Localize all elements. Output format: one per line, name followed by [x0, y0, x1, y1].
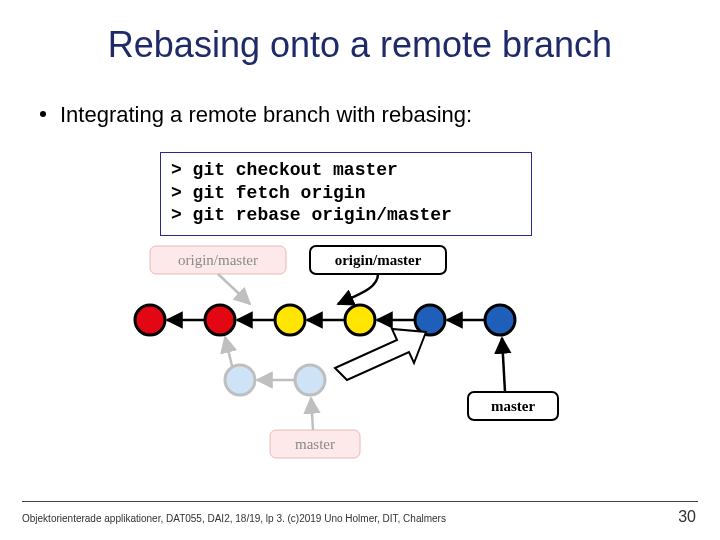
- bullet-text: Integrating a remote branch with rebasin…: [60, 102, 472, 127]
- pointer-master-old: [311, 398, 313, 430]
- pointer-master-new: [502, 338, 505, 392]
- origin-master-new-text: origin/master: [335, 252, 422, 268]
- pointer-origin-master-old: [218, 274, 250, 304]
- commit-c6: [485, 305, 515, 335]
- origin-master-old-text: origin/master: [178, 252, 258, 268]
- origin-master-old-label: origin/master: [150, 246, 286, 274]
- origin-master-new-label: origin/master: [310, 246, 446, 274]
- footer-text: Objektorienterade applikationer, DAT055,…: [22, 513, 446, 524]
- commit-b1: [225, 365, 255, 395]
- code-block: > git checkout master > git fetch origin…: [160, 152, 532, 236]
- master-old-label: master: [270, 430, 360, 458]
- commit-c4: [345, 305, 375, 335]
- code-line-2: > git fetch origin: [171, 183, 365, 203]
- footer-divider: [22, 501, 698, 502]
- pointer-origin-master-new: [338, 274, 378, 304]
- page-title: Rebasing onto a remote branch: [0, 24, 720, 66]
- master-new-label: master: [468, 392, 558, 420]
- bullet-line: Integrating a remote branch with rebasin…: [40, 102, 472, 128]
- edge-b1-c2: [225, 337, 233, 370]
- commit-c2: [205, 305, 235, 335]
- commit-c1: [135, 305, 165, 335]
- commit-b2: [295, 365, 325, 395]
- code-line-1: > git checkout master: [171, 160, 398, 180]
- bullet-icon: [40, 111, 46, 117]
- move-arrow-icon: [335, 329, 426, 380]
- git-diagram: origin/master origin/master master maste…: [120, 240, 640, 470]
- commit-c3: [275, 305, 305, 335]
- code-line-3: > git rebase origin/master: [171, 205, 452, 225]
- master-old-text: master: [295, 436, 335, 452]
- page-number: 30: [678, 508, 696, 526]
- master-new-text: master: [491, 398, 535, 414]
